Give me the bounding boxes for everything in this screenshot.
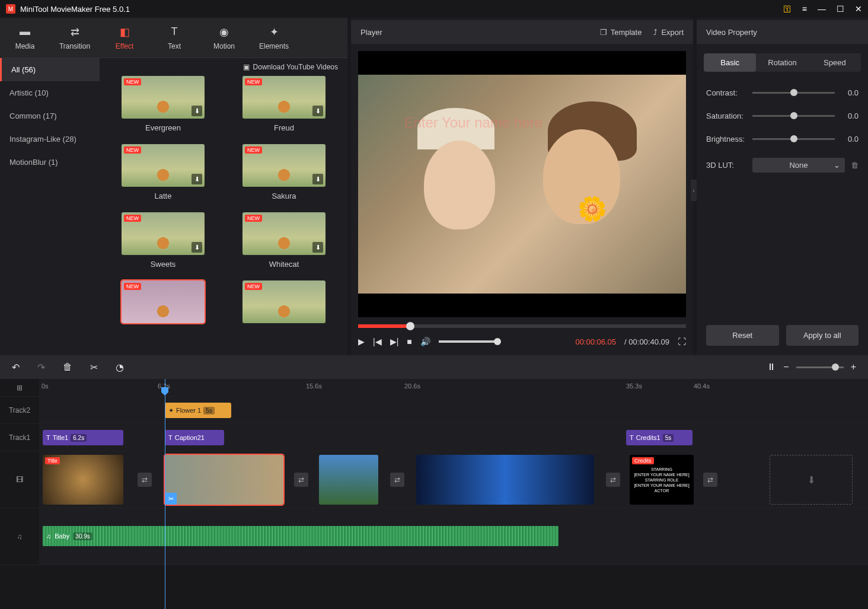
credits-clip[interactable]: T Credits15s xyxy=(626,430,693,445)
reset-button[interactable]: Reset xyxy=(706,325,779,346)
video-clip[interactable] xyxy=(319,455,378,505)
effect-item-sakura[interactable]: NEW⬇Sakura xyxy=(226,144,342,209)
effect-item-whitecat[interactable]: NEW⬇Whitecat xyxy=(226,212,342,277)
zoom-in-button[interactable]: + xyxy=(851,362,856,372)
current-time: 00:00:06.05 xyxy=(575,337,616,346)
app-title: MiniTool MovieMaker Free 5.0.1 xyxy=(20,5,783,14)
download-icon[interactable]: ⬇ xyxy=(312,174,323,184)
download-icon[interactable]: ⬇ xyxy=(312,242,323,253)
prev-frame-button[interactable]: |◀ xyxy=(373,337,382,346)
redo-button[interactable]: ↷ xyxy=(37,362,45,373)
speed-button[interactable]: ◔ xyxy=(116,362,124,373)
zoom-out-button[interactable]: − xyxy=(783,362,789,372)
download-icon[interactable]: ⬇ xyxy=(192,242,202,253)
collapse-panel-button[interactable]: › xyxy=(691,180,697,201)
play-button[interactable]: ▶ xyxy=(358,337,365,346)
sidebar-item-all[interactable]: All (56) xyxy=(0,58,100,81)
video-track[interactable]: Title ⇄ ✂ ⇄ ⇄ ⇄ Credits STARRING [ENTER … xyxy=(39,451,868,508)
titlebar: M MiniTool MovieMaker Free 5.0.1 ⚿ ≡ — ☐… xyxy=(0,0,868,18)
zoom-slider[interactable] xyxy=(796,366,844,368)
video-clip-title[interactable]: Title xyxy=(43,455,123,505)
property-title: Video Property xyxy=(697,20,868,44)
download-youtube-link[interactable]: ▣Download YouTube Videos xyxy=(100,58,347,76)
add-track-button[interactable]: ⊞ xyxy=(0,379,39,397)
transition-slot[interactable]: ⇄ xyxy=(703,473,717,487)
fit-zoom-icon[interactable]: ⏸ xyxy=(767,362,776,372)
brightness-label: Brightness: xyxy=(706,135,746,144)
title1-clip[interactable]: T Title16.2s xyxy=(43,430,123,445)
apply-all-button[interactable]: Apply to all xyxy=(786,325,859,346)
transition-slot[interactable]: ⇄ xyxy=(390,473,404,487)
undo-button[interactable]: ↶ xyxy=(12,362,20,373)
progress-bar[interactable] xyxy=(358,324,686,328)
tab-text[interactable]: TText xyxy=(149,21,199,55)
effect-item[interactable]: NEW xyxy=(106,280,221,331)
flower-clip[interactable]: ✦ Flower 15s xyxy=(165,403,231,418)
saturation-slider[interactable] xyxy=(752,115,835,117)
menu-icon[interactable]: ≡ xyxy=(802,4,807,14)
tab-rotation[interactable]: Rotation xyxy=(756,53,808,72)
effect-item[interactable]: NEW xyxy=(226,280,342,331)
transition-slot[interactable]: ⇄ xyxy=(294,473,308,487)
track2[interactable]: ✦ Flower 15s xyxy=(39,397,868,424)
video-clip-main[interactable]: ✂ xyxy=(165,455,283,505)
video-dropzone[interactable]: ⬇ xyxy=(770,455,853,505)
stop-button[interactable]: ■ xyxy=(407,337,411,346)
transition-slot[interactable]: ⇄ xyxy=(606,473,620,487)
title-overlay-text: Enter Your name here xyxy=(404,114,542,131)
audio-track[interactable]: ♫ Baby30.9s xyxy=(39,508,868,565)
fullscreen-button[interactable]: ⛶ xyxy=(678,337,686,346)
tab-elements[interactable]: ✦Elements xyxy=(249,21,299,55)
playhead[interactable] xyxy=(165,379,165,609)
tab-transition[interactable]: ⇄Transition xyxy=(50,21,100,55)
audio-track-icon: ♫ xyxy=(0,508,39,565)
track1[interactable]: T Title16.2s T Caption21 T Credits15s xyxy=(39,424,868,451)
tab-speed[interactable]: Speed xyxy=(809,53,861,72)
video-track-icon: 🎞 xyxy=(0,451,39,508)
template-button[interactable]: ❐Template xyxy=(600,28,642,37)
close-icon[interactable]: ✕ xyxy=(855,4,862,14)
audio-clip[interactable]: ♫ Baby30.9s xyxy=(43,526,559,546)
effect-item-sweets[interactable]: NEW⬇Sweets xyxy=(106,212,221,277)
total-time: / 00:00:40.09 xyxy=(624,337,669,346)
youtube-icon: ▣ xyxy=(243,63,250,71)
export-icon: ⤴ xyxy=(653,28,658,37)
split-button[interactable]: ✂ xyxy=(90,362,98,373)
tab-effect[interactable]: ◧Effect xyxy=(100,21,149,55)
lut-label: 3D LUT: xyxy=(706,161,746,170)
tab-media[interactable]: ▬Media xyxy=(0,21,50,55)
transition-slot[interactable]: ⇄ xyxy=(138,473,152,487)
sidebar-item-artistic[interactable]: Artistic (10) xyxy=(0,81,100,104)
contrast-slider[interactable] xyxy=(752,92,835,94)
scissor-icon: ✂ xyxy=(165,493,177,505)
sidebar-item-instagram[interactable]: Instagram-Like (28) xyxy=(0,127,100,151)
delete-button[interactable]: 🗑 xyxy=(63,362,72,372)
download-icon[interactable]: ⬇ xyxy=(312,106,323,116)
volume-icon[interactable]: 🔊 xyxy=(420,337,430,346)
key-icon[interactable]: ⚿ xyxy=(783,4,792,14)
maximize-icon[interactable]: ☐ xyxy=(837,4,844,14)
category-sidebar: All (56) Artistic (10) Common (17) Insta… xyxy=(0,58,100,355)
export-button[interactable]: ⤴Export xyxy=(653,28,684,37)
caption-clip[interactable]: T Caption21 xyxy=(165,430,224,445)
sidebar-item-common[interactable]: Common (17) xyxy=(0,104,100,127)
volume-slider[interactable] xyxy=(439,340,498,343)
effect-item-evergreen[interactable]: NEW⬇Evergreen xyxy=(106,76,221,141)
video-clip[interactable] xyxy=(416,455,594,505)
download-icon[interactable]: ⬇ xyxy=(192,174,202,184)
tab-motion[interactable]: ◉Motion xyxy=(199,21,249,55)
video-preview[interactable]: Enter Your name here 🌼 xyxy=(358,51,686,317)
track1-label: Track1 xyxy=(0,424,39,451)
next-frame-button[interactable]: ▶| xyxy=(390,337,399,346)
delete-lut-icon[interactable]: 🗑 xyxy=(851,161,859,170)
asset-tabs: ▬Media ⇄Transition ◧Effect TText ◉Motion… xyxy=(0,18,347,58)
video-clip-credits[interactable]: Credits STARRING [ENTER YOUR NAME HERE] … xyxy=(630,455,694,505)
brightness-slider[interactable] xyxy=(752,138,835,140)
effect-item-latte[interactable]: NEW⬇Latte xyxy=(106,144,221,209)
lut-dropdown[interactable]: None xyxy=(752,158,845,173)
tab-basic[interactable]: Basic xyxy=(704,53,756,72)
effect-item-freud[interactable]: NEW⬇Freud xyxy=(226,76,342,141)
sidebar-item-motionblur[interactable]: MotionBlur (1) xyxy=(0,151,100,174)
minimize-icon[interactable]: — xyxy=(818,4,826,14)
download-icon[interactable]: ⬇ xyxy=(192,106,202,116)
